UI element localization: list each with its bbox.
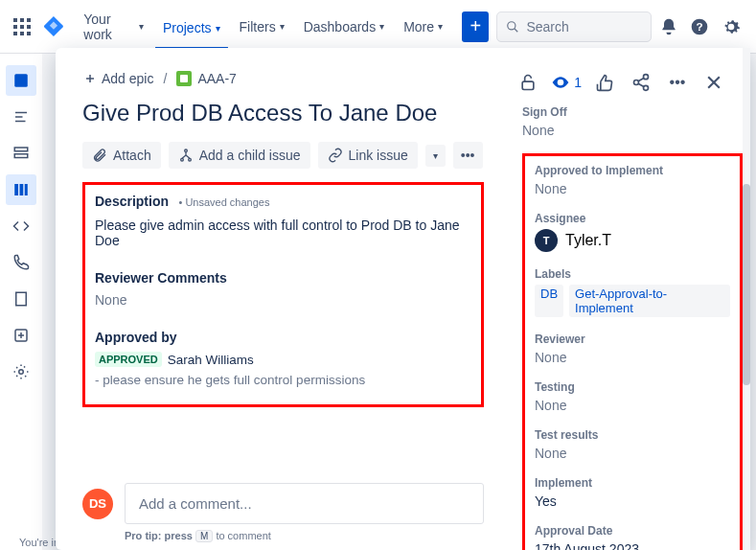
svg-rect-8 bbox=[27, 32, 31, 35]
svg-line-10 bbox=[515, 28, 518, 32]
svg-rect-4 bbox=[20, 25, 24, 29]
svg-point-30 bbox=[180, 158, 183, 161]
help-icon[interactable]: ? bbox=[686, 11, 713, 42]
nav-projects[interactable]: Projects▾ bbox=[155, 16, 228, 50]
story-type-icon bbox=[176, 71, 192, 86]
breadcrumb-separator: / bbox=[163, 71, 167, 86]
attach-button[interactable]: Attach bbox=[82, 142, 161, 169]
sidebar-roadmap-icon[interactable] bbox=[6, 102, 36, 132]
sidebar-backlog-icon[interactable] bbox=[6, 138, 36, 169]
svg-text:?: ? bbox=[697, 20, 703, 33]
scrollbar-thumb[interactable] bbox=[743, 184, 750, 385]
test-results-value[interactable]: None bbox=[535, 446, 730, 461]
reviewer-value[interactable]: None bbox=[535, 350, 730, 365]
highlighted-content-box: Description • Unsaved changes Please giv… bbox=[82, 182, 484, 407]
svg-rect-21 bbox=[25, 184, 28, 195]
assignee-value[interactable]: T Tyler.T bbox=[535, 229, 730, 252]
implement-label: Implement bbox=[535, 476, 730, 490]
svg-rect-13 bbox=[14, 74, 28, 87]
link-issue-button[interactable]: Link issue bbox=[318, 142, 418, 169]
sidebar-add-icon[interactable] bbox=[6, 320, 36, 351]
svg-rect-0 bbox=[13, 18, 17, 22]
description-label: Description bbox=[95, 194, 169, 209]
label-chip[interactable]: Get-Approval-to-Implement bbox=[569, 285, 730, 317]
svg-rect-7 bbox=[20, 32, 24, 35]
issue-title[interactable]: Give Prod DB Access To Jane Doe bbox=[82, 100, 484, 126]
svg-rect-17 bbox=[14, 148, 28, 151]
child-issue-icon bbox=[178, 148, 194, 163]
labels-value[interactable]: DB Get-Approval-to-Implement bbox=[535, 285, 730, 317]
svg-rect-6 bbox=[13, 32, 17, 35]
nav-more[interactable]: More▾ bbox=[396, 15, 450, 38]
nav-filters[interactable]: Filters▾ bbox=[232, 15, 292, 38]
settings-icon[interactable] bbox=[718, 11, 745, 42]
breadcrumb: Add epic / AAA-7 bbox=[82, 71, 484, 86]
assignee-avatar: T bbox=[535, 229, 558, 252]
approved-to-implement-value[interactable]: None bbox=[535, 181, 730, 196]
reviewer-comments-label: Reviewer Comments bbox=[95, 270, 227, 286]
chevron-down-icon: ▾ bbox=[433, 150, 438, 161]
svg-rect-18 bbox=[14, 154, 28, 158]
nav-dashboards[interactable]: Dashboards▾ bbox=[296, 15, 393, 38]
approved-lozenge: APPROVED bbox=[95, 352, 162, 367]
unsaved-changes-indicator: • Unsaved changes bbox=[178, 196, 269, 208]
description-text[interactable]: Please give admin access with full contr… bbox=[95, 218, 471, 248]
test-results-label: Test results bbox=[535, 428, 730, 442]
sidebar-code-icon[interactable] bbox=[6, 211, 36, 241]
add-epic-button[interactable]: Add epic bbox=[82, 71, 153, 86]
comment-input[interactable]: Add a comment... bbox=[125, 483, 484, 524]
approved-by-note: - please ensure he gets full control per… bbox=[95, 373, 365, 387]
meatballs-icon: ••• bbox=[461, 148, 475, 163]
notifications-icon[interactable] bbox=[655, 11, 682, 42]
left-sidebar bbox=[0, 54, 42, 550]
search-input[interactable]: Search bbox=[496, 11, 652, 42]
svg-rect-22 bbox=[16, 292, 27, 306]
labels-label: Labels bbox=[535, 267, 730, 281]
svg-rect-19 bbox=[14, 184, 18, 195]
svg-point-26 bbox=[19, 370, 24, 375]
assignee-name: Tyler.T bbox=[565, 232, 611, 249]
signoff-value[interactable]: None bbox=[522, 123, 743, 138]
add-child-issue-button[interactable]: Add a child issue bbox=[169, 142, 310, 169]
sidebar-active-sprints-icon[interactable] bbox=[6, 174, 36, 205]
approval-date-value[interactable]: 17th August 2023 bbox=[535, 541, 730, 550]
testing-label: Testing bbox=[535, 380, 730, 394]
link-issue-dropdown[interactable]: ▾ bbox=[425, 145, 446, 167]
approved-by-value[interactable]: APPROVED Sarah Williams - please ensure … bbox=[95, 352, 471, 387]
sidebar-oncall-icon[interactable] bbox=[6, 247, 36, 278]
jira-logo-icon[interactable] bbox=[43, 15, 64, 38]
search-icon bbox=[505, 19, 520, 34]
svg-point-29 bbox=[184, 149, 187, 152]
svg-rect-3 bbox=[13, 25, 17, 29]
app-switcher-icon[interactable] bbox=[11, 15, 32, 38]
sidebar-board-icon[interactable] bbox=[6, 65, 36, 96]
approved-to-implement-label: Approved to Implement bbox=[535, 164, 730, 177]
svg-rect-20 bbox=[20, 184, 24, 195]
reviewer-comments-value[interactable]: None bbox=[95, 292, 471, 308]
top-nav: Your work▾ Projects▾ Filters▾ Dashboards… bbox=[0, 0, 756, 54]
svg-rect-1 bbox=[20, 18, 24, 22]
issue-toolbar: Attach Add a child issue Link issue ▾ ••… bbox=[82, 142, 484, 169]
implement-value[interactable]: Yes bbox=[535, 493, 730, 509]
approved-by-name: Sarah Williams bbox=[168, 353, 254, 367]
approved-by-label: Approved by bbox=[95, 330, 177, 345]
link-icon bbox=[328, 148, 343, 163]
svg-rect-5 bbox=[27, 25, 31, 29]
issue-modal: Add epic / AAA-7 Give Prod DB Access To … bbox=[56, 48, 750, 550]
svg-point-31 bbox=[188, 158, 191, 161]
svg-point-9 bbox=[508, 21, 515, 29]
svg-rect-2 bbox=[27, 18, 31, 22]
issue-key-link[interactable]: AAA-7 bbox=[176, 71, 236, 86]
testing-value[interactable]: None bbox=[535, 398, 730, 413]
sidebar-pages-icon[interactable] bbox=[6, 284, 36, 314]
nav-your-work[interactable]: Your work▾ bbox=[76, 8, 151, 46]
sidebar-project-settings-icon[interactable] bbox=[6, 356, 36, 387]
more-actions-button[interactable]: ••• bbox=[453, 142, 483, 169]
create-button[interactable]: + bbox=[462, 11, 489, 42]
comment-row: DS Add a comment... bbox=[82, 483, 484, 524]
approval-date-label: Approval Date bbox=[535, 524, 730, 538]
comment-protip: Pro tip: press M to comment bbox=[125, 530, 484, 542]
search-placeholder: Search bbox=[526, 19, 568, 34]
issue-details-panel: Sign Off None Approved to Implement None… bbox=[511, 48, 750, 550]
label-chip[interactable]: DB bbox=[535, 285, 563, 317]
